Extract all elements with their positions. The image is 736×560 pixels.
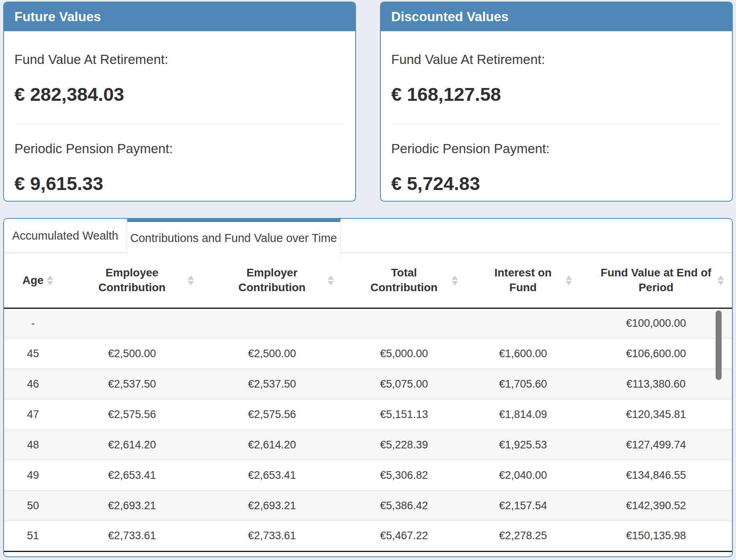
sort-icon[interactable] xyxy=(47,275,53,285)
vertical-scrollbar-thumb[interactable] xyxy=(716,310,722,380)
discounted-values-card: Discounted Values Fund Value At Retireme… xyxy=(380,2,733,202)
table-row: 51€2,733.61€2,733.61€5,467.22€2,278.25€1… xyxy=(4,521,732,551)
table-cell: €5,386.42 xyxy=(342,490,466,521)
table-cell: €2,653.41 xyxy=(202,460,342,490)
column-header-total-contribution[interactable]: Total Contribution xyxy=(342,253,466,308)
table-cell xyxy=(202,308,342,338)
table-cell: €2,614.20 xyxy=(202,430,342,460)
table-cell: €2,575.56 xyxy=(202,399,342,430)
sort-icon[interactable] xyxy=(328,275,334,285)
table-cell: €1,600.00 xyxy=(466,338,580,369)
table-cell: €5,467.22 xyxy=(342,521,466,551)
table-cell: €2,040.00 xyxy=(466,460,580,490)
card-body: Fund Value At Retirement: € 168,127.58 P… xyxy=(381,52,732,194)
sort-icon[interactable] xyxy=(188,275,194,285)
column-label: Age xyxy=(22,273,44,288)
table-cell: 48 xyxy=(4,430,62,460)
tab-bar: Accumulated Wealth Contributions and Fun… xyxy=(4,219,732,253)
table-row: 47€2,575.56€2,575.56€5,151.13€1,814.09€1… xyxy=(4,399,732,430)
table-cell: €2,733.61 xyxy=(62,521,202,551)
table-cell: €134,846.55 xyxy=(580,460,732,490)
table-cell: €2,537.50 xyxy=(62,369,202,399)
column-label: Fund Value at End of Period xyxy=(596,266,716,295)
table-cell xyxy=(466,308,580,338)
table-cell: €5,075.00 xyxy=(342,369,466,399)
metric-label: Periodic Pension Payment: xyxy=(14,141,345,156)
table-row: 46€2,537.50€2,537.50€5,075.00€1,705.60€1… xyxy=(4,369,732,399)
panel-inner: Accumulated Wealth Contributions and Fun… xyxy=(4,219,732,556)
table-cell: - xyxy=(4,308,62,338)
table-row: 49€2,653.41€2,653.41€5,306.82€2,040.00€1… xyxy=(4,460,732,490)
tab-label: Contributions and Fund Value over Time xyxy=(130,232,337,245)
column-label: Employer Contribution xyxy=(233,266,311,295)
column-label: Total Contribution xyxy=(369,266,439,295)
column-header-employee-contribution[interactable]: Employee Contribution xyxy=(62,253,202,308)
table-cell xyxy=(342,308,466,338)
tab-label: Accumulated Wealth xyxy=(12,229,118,242)
table-cell: 47 xyxy=(4,399,62,430)
card-divider xyxy=(16,124,343,124)
metric-label: Fund Value At Retirement: xyxy=(14,52,345,67)
card-title: Future Values xyxy=(4,2,355,31)
table-cell: 46 xyxy=(4,369,62,399)
sort-icon[interactable] xyxy=(566,275,572,285)
table-row: 48€2,614.20€2,614.20€5,228.39€1,925.53€1… xyxy=(4,430,732,460)
card-body: Fund Value At Retirement: € 282,384.03 P… xyxy=(4,52,355,194)
metric-value: € 168,127.58 xyxy=(391,83,722,105)
column-header-interest-on-fund[interactable]: Interest on Fund xyxy=(466,253,580,308)
card-title: Discounted Values xyxy=(381,2,732,31)
column-label: Interest on Fund xyxy=(486,266,560,295)
table-cell: 51 xyxy=(4,521,62,551)
metric-value: € 9,615.33 xyxy=(14,172,345,194)
column-header-fund-value-end-of-period[interactable]: Fund Value at End of Period xyxy=(580,253,732,308)
table-cell: €150,135.98 xyxy=(580,521,732,551)
column-header-age[interactable]: Age xyxy=(4,253,62,308)
table-cell: €1,925.53 xyxy=(466,430,580,460)
table-cell: €5,306.82 xyxy=(342,460,466,490)
column-header-employer-contribution[interactable]: Employer Contribution xyxy=(202,253,342,308)
table-body: -€100,000.0045€2,500.00€2,500.00€5,000.0… xyxy=(4,308,732,551)
table-row: 50€2,693.21€2,693.21€5,386.42€2,157.54€1… xyxy=(4,490,732,521)
table-cell: €113,380.60 xyxy=(580,369,732,399)
card-divider xyxy=(393,124,720,124)
metric-label: Fund Value At Retirement: xyxy=(391,52,722,67)
table-cell: €2,500.00 xyxy=(202,338,342,369)
metric-value: € 5,724.83 xyxy=(391,172,722,194)
table-cell: €2,653.41 xyxy=(62,460,202,490)
table-cell: 50 xyxy=(4,490,62,521)
table-cell: 49 xyxy=(4,460,62,490)
table-cell: €1,814.09 xyxy=(466,399,580,430)
table-cell: €2,733.61 xyxy=(202,521,342,551)
sort-icon[interactable] xyxy=(718,275,724,285)
table-cell: €2,500.00 xyxy=(62,338,202,369)
column-label: Employee Contribution xyxy=(93,266,171,295)
table-header: Age Employee Contribution Employer Contr… xyxy=(4,253,732,308)
table-cell: €100,000.00 xyxy=(580,308,732,338)
table-row: 45€2,500.00€2,500.00€5,000.00€1,600.00€1… xyxy=(4,338,732,369)
table-cell: €127,499.74 xyxy=(580,430,732,460)
table-cell: €1,705.60 xyxy=(466,369,580,399)
table-cell: €142,390.52 xyxy=(580,490,732,521)
tab-accumulated-wealth[interactable]: Accumulated Wealth xyxy=(4,219,127,252)
table-row: -€100,000.00 xyxy=(4,308,732,338)
table-cell: €5,228.39 xyxy=(342,430,466,460)
contributions-panel: Accumulated Wealth Contributions and Fun… xyxy=(3,218,733,557)
sort-icon[interactable] xyxy=(452,275,458,285)
table-cell: €2,537.50 xyxy=(202,369,342,399)
summary-cards-row: Future Values Fund Value At Retirement: … xyxy=(3,2,733,202)
future-values-card: Future Values Fund Value At Retirement: … xyxy=(3,2,356,202)
table-cell: €2,693.21 xyxy=(202,490,342,521)
table-cell: €5,151.13 xyxy=(342,399,466,430)
table-cell: 45 xyxy=(4,338,62,369)
table-cell: €106,600.00 xyxy=(580,338,732,369)
table-cell: €2,278.25 xyxy=(466,521,580,551)
table-cell: €5,000.00 xyxy=(342,338,466,369)
table-cell xyxy=(62,308,202,338)
table-cell: €120,345.81 xyxy=(580,399,732,430)
metric-value: € 282,384.03 xyxy=(14,83,345,105)
tab-contributions-fund-value[interactable]: Contributions and Fund Value over Time xyxy=(127,219,341,259)
table-cell: €2,614.20 xyxy=(62,430,202,460)
table-cell: €2,157.54 xyxy=(466,490,580,521)
table-cell: €2,693.21 xyxy=(62,490,202,521)
table-cell: €2,575.56 xyxy=(62,399,202,430)
